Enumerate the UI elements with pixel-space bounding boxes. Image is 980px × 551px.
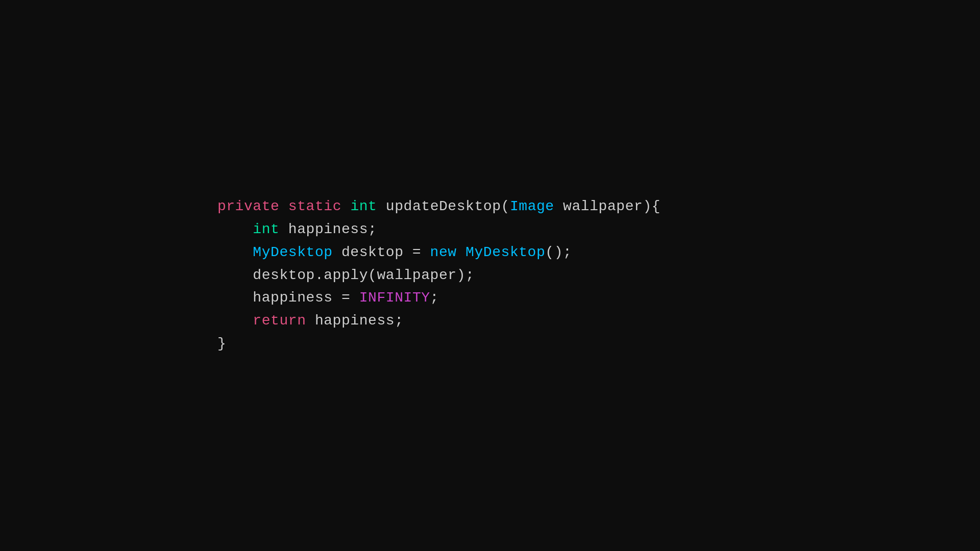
- semicolon: ;: [430, 290, 439, 306]
- const-infinity: INFINITY: [359, 290, 430, 306]
- code-line-2: int happiness;: [217, 218, 660, 241]
- method-call-apply: desktop.apply(wallpaper);: [253, 267, 474, 283]
- keyword-return: return: [253, 313, 306, 329]
- indent: [217, 221, 253, 237]
- keyword-static: static: [288, 198, 341, 214]
- keyword-private: private: [217, 198, 280, 214]
- indent: [217, 267, 253, 283]
- class-mydesktop-constructor: MyDesktop: [465, 244, 545, 260]
- return-value: happiness;: [306, 313, 404, 329]
- code-line-6: return happiness;: [217, 310, 660, 333]
- space: [279, 198, 288, 214]
- class-mydesktop-type: MyDesktop: [253, 244, 332, 260]
- indent: [217, 244, 253, 260]
- indent: [217, 313, 253, 329]
- closing-brace: }: [217, 336, 226, 352]
- space: [341, 198, 350, 214]
- code-block: private static int updateDesktop(Image w…: [217, 195, 660, 356]
- happiness-assign: happiness =: [253, 290, 359, 306]
- code-line-1: private static int updateDesktop(Image w…: [217, 195, 660, 218]
- space: [457, 244, 465, 260]
- class-image: Image: [510, 198, 554, 214]
- var-happiness-decl: happiness;: [279, 221, 377, 237]
- indent: [217, 290, 253, 306]
- var-desktop-assign: desktop =: [333, 244, 430, 260]
- code-line-5: happiness = INFINITY;: [217, 287, 660, 310]
- keyword-int-return: int: [350, 198, 377, 214]
- keyword-new: new: [430, 244, 457, 260]
- method-name: updateDesktop(: [377, 198, 509, 214]
- code-line-4: desktop.apply(wallpaper);: [217, 264, 660, 287]
- code-line-7: }: [217, 333, 660, 356]
- constructor-call: ();: [545, 244, 572, 260]
- keyword-int-var: int: [253, 221, 279, 237]
- param-wallpaper: wallpaper){: [554, 198, 660, 214]
- code-line-3: MyDesktop desktop = new MyDesktop();: [217, 241, 660, 264]
